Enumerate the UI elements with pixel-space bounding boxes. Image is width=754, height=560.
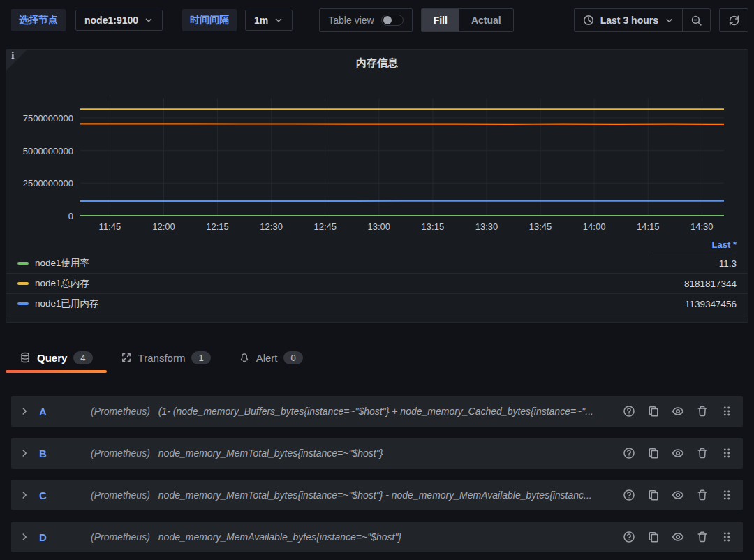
query-refid[interactable]: C	[39, 489, 80, 501]
tab-count-badge: 0	[283, 351, 302, 364]
query-expression: node_memory_MemTotal_bytes{instance=~"$h…	[158, 489, 614, 501]
drag-handle-icon[interactable]	[720, 405, 733, 418]
query-row-a: A (Prometheus) (1- (node_memory_Buffers_…	[11, 396, 743, 427]
expand-row-icon[interactable]	[20, 406, 29, 416]
legend-label[interactable]: node1已用内存	[35, 297, 99, 310]
toolbar: 选择节点 node1:9100 时间间隔 1m Table view Fill …	[0, 0, 754, 34]
query-refid[interactable]: B	[39, 448, 80, 459]
editor-tabs: Query 4 Transform 1 Alert 0	[6, 342, 748, 373]
query-datasource: (Prometheus)	[91, 448, 150, 459]
query-actions	[623, 531, 733, 543]
legend-label[interactable]: node1使用率	[35, 257, 89, 270]
series-color-dash[interactable]	[17, 302, 29, 305]
node-variable-label: 选择节点	[11, 9, 66, 31]
expand-row-icon[interactable]	[20, 448, 29, 458]
table-view-label: Table view	[328, 15, 374, 26]
drag-handle-icon[interactable]	[720, 447, 733, 459]
y-axis-labels: 0250000000050000000007500000000	[6, 98, 80, 216]
legend-sort-last[interactable]: Last *	[653, 240, 737, 253]
query-refid[interactable]: D	[39, 531, 80, 543]
chart-svg	[80, 98, 724, 216]
panel-title[interactable]: 内存信息	[6, 50, 748, 98]
query-row-b: B (Prometheus) node_memory_MemTotal_byte…	[11, 438, 743, 469]
tab-count-badge: 4	[73, 351, 92, 364]
help-icon[interactable]	[623, 531, 635, 543]
info-icon: i	[11, 51, 15, 61]
chevron-down-icon	[665, 16, 674, 25]
x-axis-labels: 11:4512:0012:1512:3012:4513:0013:1513:30…	[80, 220, 724, 238]
legend-label[interactable]: node1总内存	[35, 277, 89, 290]
query-expression: node_memory_MemTotal_bytes{instance=~"$h…	[158, 448, 614, 459]
table-view-control: Table view	[319, 8, 412, 32]
query-datasource: (Prometheus)	[91, 531, 150, 543]
duplicate-icon[interactable]	[647, 531, 660, 543]
query-refid[interactable]: A	[39, 406, 80, 418]
tab-count-badge: 1	[191, 351, 210, 364]
clock-icon	[583, 15, 594, 26]
legend-value: 8181817344	[653, 279, 737, 289]
legend-row: node1总内存 8181817344	[6, 274, 748, 294]
tab-label: Transform	[138, 352, 186, 364]
drag-handle-icon[interactable]	[720, 489, 733, 501]
legend-header: Last *	[6, 238, 748, 253]
expand-row-icon[interactable]	[20, 490, 29, 500]
duplicate-icon[interactable]	[647, 489, 660, 501]
bell-icon	[239, 352, 250, 363]
interval-variable-label: 时间间隔	[182, 9, 237, 31]
query-datasource: (Prometheus)	[91, 489, 150, 501]
help-icon[interactable]	[623, 447, 635, 459]
toggle-knob	[383, 16, 392, 24]
eye-icon[interactable]	[672, 531, 684, 543]
tab-alert[interactable]: Alert 0	[225, 342, 317, 373]
query-datasource: (Prometheus)	[91, 406, 150, 417]
table-view-toggle[interactable]	[381, 15, 404, 26]
legend-value: 11.3	[653, 258, 737, 269]
legend-value: 1139347456	[653, 299, 737, 309]
fill-option[interactable]: Fill	[422, 9, 459, 31]
node-select[interactable]: node1:9100	[75, 10, 163, 31]
transform-icon	[121, 352, 132, 363]
query-list: A (Prometheus) (1- (node_memory_Buffers_…	[11, 396, 743, 552]
duplicate-icon[interactable]	[647, 447, 660, 459]
help-icon[interactable]	[623, 489, 635, 501]
query-actions	[623, 447, 733, 459]
panel-info-corner[interactable]	[6, 50, 27, 71]
query-row-c: C (Prometheus) node_memory_MemTotal_byte…	[11, 480, 743, 510]
drag-handle-icon[interactable]	[720, 531, 733, 543]
tab-label: Alert	[256, 352, 278, 364]
time-range-label: Last 3 hours	[600, 15, 658, 26]
eye-icon[interactable]	[672, 447, 684, 459]
trash-icon[interactable]	[696, 489, 709, 501]
zoom-out-icon	[690, 15, 702, 27]
interval-select-value: 1m	[254, 15, 268, 26]
trash-icon[interactable]	[696, 531, 709, 543]
legend-row: node1已用内存 1139347456	[6, 294, 748, 314]
expand-row-icon[interactable]	[20, 532, 29, 542]
tab-transform[interactable]: Transform 1	[107, 342, 225, 373]
memory-panel: i 内存信息 0250000000050000000007500000000 1…	[6, 49, 748, 323]
series-color-dash[interactable]	[17, 282, 29, 285]
zoom-out-time-button[interactable]	[682, 9, 710, 31]
query-actions	[623, 405, 733, 418]
interval-select[interactable]: 1m	[245, 10, 293, 31]
duplicate-icon[interactable]	[647, 405, 660, 418]
help-icon[interactable]	[623, 405, 635, 418]
eye-icon[interactable]	[672, 405, 684, 418]
series-color-dash[interactable]	[17, 262, 29, 265]
eye-icon[interactable]	[672, 489, 684, 501]
query-row-d: D (Prometheus) node_memory_MemAvailable_…	[11, 522, 743, 552]
time-picker: Last 3 hours	[574, 8, 711, 32]
query-expression: (1- (node_memory_Buffers_bytes{instance=…	[158, 406, 614, 417]
database-icon	[20, 352, 31, 363]
trash-icon[interactable]	[696, 405, 709, 418]
tab-query[interactable]: Query 4	[6, 342, 107, 373]
chevron-down-icon	[144, 15, 154, 25]
query-expression: node_memory_MemAvailable_bytes{instance=…	[158, 531, 614, 543]
query-actions	[623, 489, 733, 501]
time-range-button[interactable]: Last 3 hours	[575, 9, 682, 31]
trash-icon[interactable]	[696, 447, 709, 459]
time-series-plot[interactable]	[80, 98, 724, 216]
refresh-button[interactable]	[719, 8, 748, 32]
node-select-value: node1:9100	[84, 15, 138, 26]
actual-option[interactable]: Actual	[459, 9, 513, 31]
